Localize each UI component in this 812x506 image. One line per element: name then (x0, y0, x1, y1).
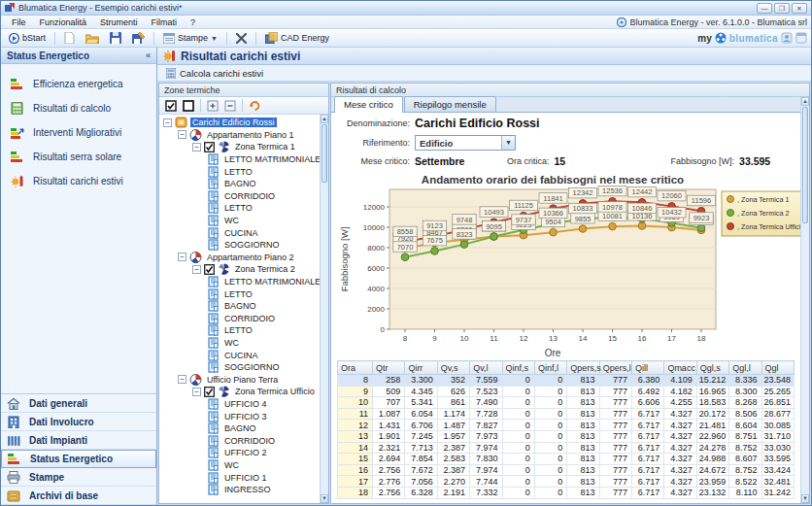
table-header-cell[interactable]: Qill (632, 361, 664, 375)
tree-node[interactable]: UFFICIO 3 (161, 410, 320, 422)
tab-riepilogo-mensile[interactable]: Riepilogo mensile (404, 96, 496, 112)
table-row[interactable]: 152.6947.8542.5837.830008137776.7174.327… (338, 454, 795, 465)
tree-node[interactable]: CUCINA (161, 226, 320, 239)
table-header-cell[interactable]: Qirr (405, 361, 437, 375)
tree-expander-icon[interactable]: − (192, 143, 201, 152)
tree-node[interactable]: CORRIDOIO (161, 434, 320, 447)
menu-item[interactable]: ? (184, 16, 202, 28)
nav-item[interactable]: Dati Involucro (1, 413, 156, 431)
table-row[interactable]: 162.7567.6722.3877.974008137776.7174.327… (338, 464, 795, 476)
calcola-carichi-button[interactable]: Calcola carichi estivi (161, 67, 268, 80)
tree-node[interactable]: CORRIDOIO (161, 190, 320, 203)
tree-node[interactable]: WC (161, 215, 320, 227)
cad-energy-button[interactable]: CAD Energy (261, 31, 333, 45)
tree-node[interactable]: −Appartamento Piano 2 (161, 252, 320, 264)
table-header-cell[interactable]: Qinf,l (534, 361, 566, 375)
tree-node[interactable]: BAGNO (161, 178, 320, 190)
riferimento-select[interactable]: Edificio ▼ (415, 135, 516, 151)
tree-node[interactable]: CUCINA (161, 349, 320, 361)
sidebar-item[interactable]: Risultati carichi estivi (7, 169, 156, 193)
sidebar-item[interactable]: Interventi Migliorativi (7, 120, 156, 145)
tree-node[interactable]: SOGGIORNO (161, 239, 320, 252)
checkbox-icon[interactable] (204, 142, 215, 152)
menu-item[interactable]: Strumenti (93, 16, 145, 28)
table-row[interactable]: 121.4316.7061.4877.827008137776.7174.327… (338, 420, 795, 431)
menu-item[interactable]: Filmati (145, 16, 185, 28)
tab-mese-critico[interactable]: Mese critico (334, 96, 403, 113)
stampe-button[interactable]: Stampe ▼ (159, 32, 221, 45)
save-button[interactable] (106, 31, 125, 45)
nav-item[interactable]: Stampe (1, 468, 156, 487)
tools-button[interactable] (232, 32, 251, 45)
table-row[interactable]: 111.0876.0541.1747.728008137776.7174.327… (338, 408, 795, 420)
tree-scrollbar[interactable]: ▲ ▼ (320, 115, 328, 503)
nav-item[interactable]: Status Energetico (1, 450, 156, 468)
close-button[interactable]: ✕ (792, 3, 807, 14)
table-header-cell[interactable]: Qgl (761, 361, 795, 375)
tree-expander-icon[interactable]: − (163, 118, 172, 127)
table-row[interactable]: 131.9017.2451.9577.973008137776.7174.327… (338, 430, 795, 442)
minimize-button[interactable]: — (757, 3, 772, 14)
table-header-cell[interactable]: Qgl,l (729, 361, 761, 375)
tree-expander-icon[interactable]: − (178, 253, 186, 261)
checkbox-icon[interactable] (204, 264, 215, 275)
table-row[interactable]: 182.7566.3282.1917.332008137776.7174.327… (338, 487, 795, 498)
new-document-button[interactable] (60, 31, 79, 45)
tree-node[interactable]: LETTO MATRIMONIALE (161, 153, 320, 166)
table-header-cell[interactable]: Qpers,s (567, 361, 599, 375)
tree-node[interactable]: UFFICIO 4 (161, 398, 320, 411)
save-all-button[interactable] (128, 31, 149, 45)
table-header-cell[interactable]: Ora (338, 361, 373, 375)
tree-node[interactable]: WC (161, 337, 320, 350)
table-row[interactable]: 142.3217.7132.3877.974008137776.7174.327… (338, 442, 795, 454)
table-row[interactable]: 172.7767.0562.2707.744008137776.7174.327… (338, 476, 795, 488)
tree-node[interactable]: LETTO (161, 165, 320, 178)
tree-node[interactable]: BAGNO (161, 300, 320, 313)
table-header-cell[interactable]: Qv,l (470, 361, 502, 375)
tree-node[interactable]: −Ufficio Piano Terra (161, 373, 320, 386)
menu-item[interactable]: File (5, 16, 33, 28)
tree-node[interactable]: CORRIDOIO (161, 313, 320, 325)
tree-node[interactable]: LETTO MATRIMONIALE (161, 276, 320, 288)
sidebar-header[interactable]: Status Energetico « (1, 48, 156, 64)
nav-item[interactable]: Dati Impianti (1, 431, 156, 450)
tree-node[interactable]: BAGNO (161, 422, 320, 435)
table-header-cell[interactable]: Qv,s (437, 361, 469, 375)
collapse-sidebar-icon[interactable]: « (146, 51, 151, 60)
brand-extra-icon-1[interactable] (781, 32, 793, 44)
sidebar-item[interactable]: Efficienza energetica (7, 72, 156, 96)
menu-item[interactable]: Funzionalità (33, 16, 94, 28)
scroll-up-icon[interactable]: ▲ (321, 115, 328, 123)
scroll-down-icon[interactable]: ▼ (321, 494, 328, 503)
tree-node[interactable]: LETTO (161, 202, 320, 215)
table-row[interactable]: 82583.3003527.559008137776.3804.10915.21… (338, 375, 795, 387)
checkbox-icon[interactable] (204, 387, 215, 397)
nav-item[interactable]: Dati generali (1, 394, 156, 413)
tree-node[interactable]: WC (161, 459, 320, 472)
sidebar-item[interactable]: Risultati serra solare (7, 145, 156, 169)
table-header-cell[interactable]: Qinf,s (502, 361, 534, 375)
refresh-button[interactable] (247, 99, 262, 113)
nav-item[interactable]: Archivi di base (1, 487, 156, 505)
bstart-button[interactable]: bStart (5, 32, 50, 45)
tree-node[interactable]: −Appartamento Piano 1 (161, 129, 320, 142)
sidebar-item[interactable]: Risultati di calcolo (7, 96, 156, 120)
tree-node[interactable]: −Zona Termica Ufficio (161, 386, 320, 398)
combo-arrow-icon[interactable]: ▼ (501, 136, 515, 150)
table-row[interactable]: 95094.3456267.523008137776.4924.18216.96… (338, 386, 795, 397)
tree-node[interactable]: LETTO (161, 287, 320, 300)
maximize-button[interactable]: ❐ (774, 3, 790, 14)
tree-node[interactable]: −Zona Termica 1 (161, 141, 320, 153)
table-header-cell[interactable]: Qgl,s (696, 361, 728, 375)
scroll-down-icon[interactable]: ▼ (801, 494, 809, 503)
tree-node[interactable]: UFFICIO 2 (161, 447, 320, 459)
results-scrollbar[interactable]: ▲ ▼ (800, 97, 809, 503)
tree-expander-icon[interactable]: − (178, 375, 186, 384)
tree-expander-icon[interactable]: − (192, 265, 201, 274)
tree-expander-icon[interactable]: − (178, 130, 186, 139)
collapse-all-button[interactable] (222, 99, 238, 113)
uncheck-all-button[interactable] (181, 99, 196, 113)
scroll-up-icon[interactable]: ▲ (801, 97, 809, 106)
tree-node[interactable]: UFFICIO 1 (161, 471, 320, 484)
table-header-cell[interactable]: Qmacc (664, 361, 696, 375)
